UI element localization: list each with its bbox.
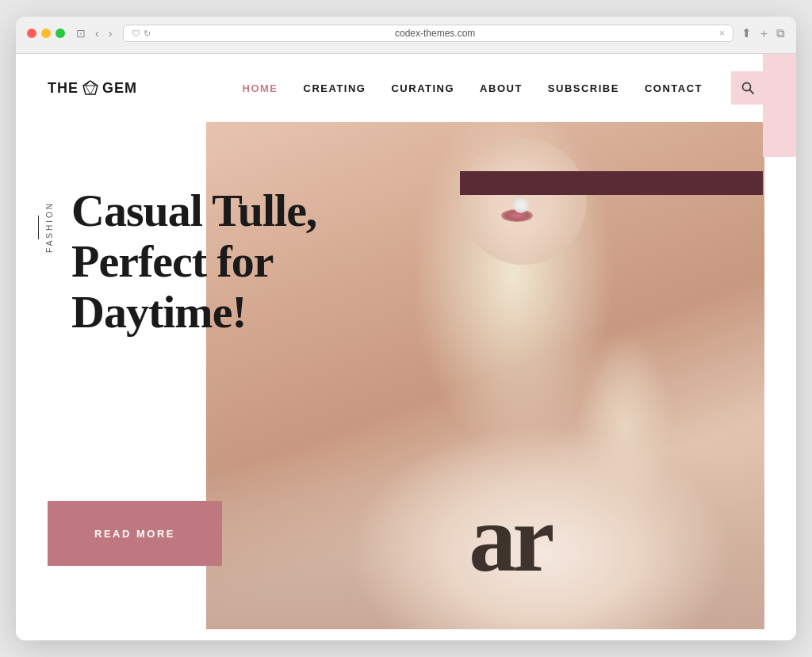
gem-icon	[82, 79, 99, 97]
hero-title: Casual Tulle, Perfect for Daytime!	[71, 185, 316, 337]
share-icon[interactable]: ⬆	[741, 26, 752, 41]
nav-item-home[interactable]: HOME	[243, 82, 278, 94]
back-icon[interactable]: ‹	[92, 25, 102, 41]
hero-text-block: Casual Tulle, Perfect for Daytime!	[48, 185, 316, 337]
hero-title-line1: Casual Tulle,	[71, 185, 316, 236]
svg-line-4	[86, 86, 90, 94]
new-tab-icon[interactable]: ＋	[758, 26, 770, 41]
shield-icon: 🛡	[132, 29, 140, 39]
nav-item-about[interactable]: ABOUT	[480, 82, 523, 94]
forward-icon[interactable]: ›	[105, 25, 116, 41]
dark-bar-top	[460, 171, 763, 195]
browser-chrome: ⊡ ‹ › 🛡 ↻ codex-themes.com × ⬆ ＋ ⧉	[16, 17, 796, 54]
shirt-text: ar	[469, 496, 550, 582]
search-icon	[741, 81, 755, 95]
tab-close-icon[interactable]: ×	[719, 28, 725, 39]
browser-right-icons: ⬆ ＋ ⧉	[741, 26, 785, 41]
fullscreen-button[interactable]	[56, 29, 65, 38]
nav-item-subscribe[interactable]: SUBSCRIBE	[548, 82, 619, 94]
website-content: THE GEM HOME CREATING CURATING ABOUT SUB…	[16, 54, 796, 640]
url-text: codex-themes.com	[155, 28, 714, 39]
svg-line-7	[750, 90, 754, 94]
minimize-button[interactable]	[41, 29, 51, 38]
close-button[interactable]	[27, 29, 36, 38]
hero-title-line2: Perfect for	[71, 235, 274, 287]
window-icon[interactable]: ⊡	[73, 25, 89, 41]
logo-prefix: THE	[48, 80, 79, 97]
reload-icon[interactable]: ↻	[144, 29, 151, 39]
traffic-lights	[27, 29, 65, 38]
windows-icon[interactable]: ⧉	[776, 26, 785, 41]
read-more-label: READ MORE	[94, 528, 175, 540]
nav-item-contact[interactable]: CONTACT	[645, 82, 703, 94]
read-more-button[interactable]: READ MORE	[48, 501, 222, 566]
chrome-tabs	[27, 48, 785, 53]
nav-item-creating[interactable]: CREATING	[304, 82, 366, 94]
svg-line-5	[90, 86, 95, 94]
logo-suffix: GEM	[102, 80, 137, 97]
security-icons: 🛡 ↻	[132, 29, 151, 39]
main-nav: HOME CREATING CURATING ABOUT SUBSCRIBE C…	[243, 71, 764, 105]
site-header: THE GEM HOME CREATING CURATING ABOUT SUB…	[16, 54, 796, 122]
site-logo[interactable]: THE GEM	[48, 79, 137, 97]
browser-nav-icons: ⊡ ‹ ›	[73, 25, 115, 41]
bubble-decoration	[513, 197, 529, 213]
address-bar[interactable]: 🛡 ↻ codex-themes.com ×	[123, 25, 733, 42]
nav-item-curating[interactable]: CURATING	[391, 82, 454, 94]
svg-marker-0	[83, 81, 98, 94]
category-line	[38, 215, 39, 239]
search-button[interactable]	[731, 71, 764, 105]
browser-window: ⊡ ‹ › 🛡 ↻ codex-themes.com × ⬆ ＋ ⧉	[16, 17, 796, 640]
hero-title-line3: Daytime!	[71, 286, 247, 338]
